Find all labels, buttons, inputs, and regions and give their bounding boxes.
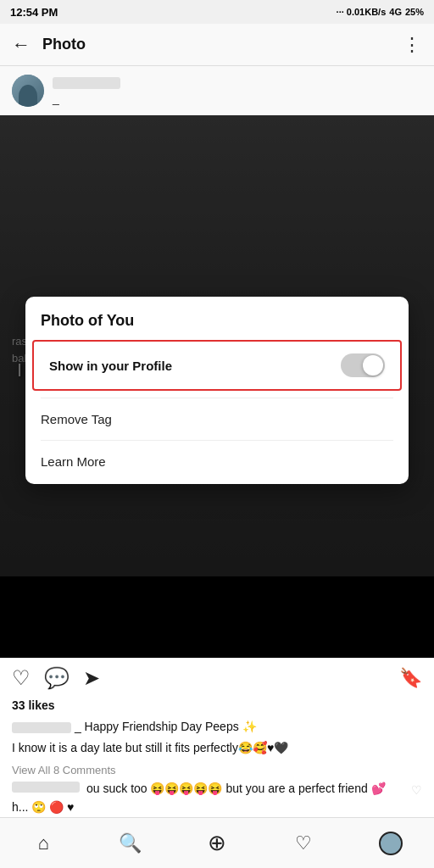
- show-in-profile-row[interactable]: Show in your Profile: [32, 340, 402, 391]
- caption-username-placeholder: [12, 722, 71, 733]
- nav-profile[interactable]: [372, 825, 409, 862]
- post-bottom-section: ♡ 💬 ➤ 🔖 33 likes _ Happy Friendship Day …: [0, 658, 434, 817]
- heart-icon: ♡: [295, 832, 312, 854]
- username-block: _: [53, 77, 120, 105]
- like-button[interactable]: ♡: [12, 666, 31, 690]
- show-in-profile-label: Show in your Profile: [49, 359, 172, 373]
- comment-row: ou suck too 😝😝😝😝😝 but you are a perfect …: [0, 780, 434, 798]
- signal-4g: 4G: [389, 7, 402, 17]
- view-all-comments[interactable]: View All 8 Comments: [0, 760, 434, 780]
- bookmark-button[interactable]: 🔖: [399, 667, 422, 689]
- status-time: 12:54 PM: [10, 6, 58, 19]
- more-button[interactable]: ⋮: [403, 34, 422, 56]
- battery-info: 25%: [405, 7, 424, 17]
- show-in-profile-toggle[interactable]: [341, 353, 385, 377]
- avatar-silhouette: [19, 85, 37, 107]
- add-icon: ⊕: [208, 830, 226, 856]
- likes-count: 33 likes: [0, 698, 434, 717]
- nav-search[interactable]: 🔍: [112, 825, 149, 862]
- caption-text: _ Happy Friendship Day Peeps ✨: [75, 720, 257, 733]
- back-button[interactable]: ←: [12, 34, 31, 56]
- bottom-nav: ⌂ 🔍 ⊕ ♡: [0, 817, 434, 868]
- nav-bar: ← Photo ⋮: [0, 24, 434, 66]
- dialog-title: Photo of You: [25, 297, 409, 340]
- avatar[interactable]: [12, 75, 44, 107]
- avatar-image: [12, 75, 44, 107]
- action-bar: ♡ 💬 ➤ 🔖: [0, 658, 434, 698]
- status-right: ··· 0.01KB/s 4G 25%: [337, 7, 424, 17]
- comment-text-2: h... 🙄 🔴 ♥: [12, 800, 74, 814]
- page-title: Photo: [42, 36, 403, 53]
- toggle-knob: [363, 355, 383, 376]
- action-left: ♡ 💬 ➤: [12, 666, 100, 690]
- comment-heart-icon[interactable]: ♡: [411, 783, 422, 797]
- caption-row: _ Happy Friendship Day Peeps ✨: [0, 717, 434, 739]
- comment-text: ou suck too 😝😝😝😝😝 but you are a perfect …: [86, 782, 386, 795]
- photo-of-you-dialog: Photo of You Show in your Profile Remove…: [25, 297, 409, 484]
- username-placeholder: [53, 77, 120, 89]
- commenter-placeholder: [12, 782, 80, 793]
- home-icon: ⌂: [38, 832, 49, 854]
- caption-row-2: I know it is a day late but still it fit…: [0, 738, 434, 760]
- comment-row-2: h... 🙄 🔴 ♥: [0, 798, 434, 817]
- status-bar: 12:54 PM ··· 0.01KB/s 4G 25%: [0, 0, 434, 24]
- nav-home[interactable]: ⌂: [25, 825, 62, 862]
- caption-text-2: I know it is a day late but still it fit…: [12, 741, 288, 754]
- nav-add[interactable]: ⊕: [198, 825, 236, 862]
- learn-more-button[interactable]: Learn More: [25, 441, 409, 484]
- nav-heart[interactable]: ♡: [285, 825, 322, 862]
- username-suffix: _: [53, 92, 120, 105]
- search-icon: 🔍: [119, 832, 142, 854]
- share-button[interactable]: ➤: [83, 666, 100, 690]
- network-info: ··· 0.01KB/s: [337, 7, 387, 17]
- profile-avatar-icon: [379, 832, 403, 855]
- comment-button[interactable]: 💬: [44, 666, 70, 690]
- user-row: _: [0, 66, 434, 115]
- remove-tag-button[interactable]: Remove Tag: [25, 398, 409, 440]
